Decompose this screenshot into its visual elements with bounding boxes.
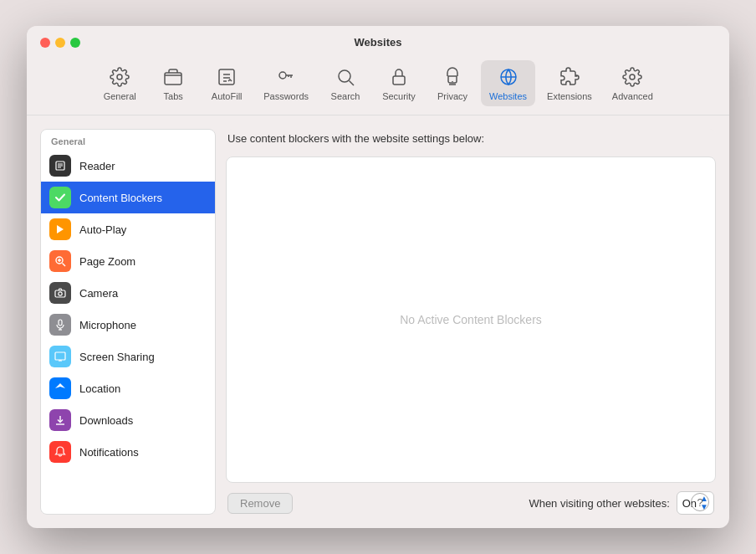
sidebar-item-content-blockers[interactable]: Content Blockers [41,182,215,213]
toolbar-label-privacy: Privacy [437,91,467,101]
passwords-icon [274,65,298,89]
sidebar-item-location[interactable]: Location [41,372,215,404]
toolbar-item-advanced[interactable]: Advanced [604,60,662,106]
sidebar-label-page-zoom: Page Zoom [79,255,135,268]
toolbar-label-tabs: Tabs [164,91,183,101]
close-button[interactable] [40,38,50,48]
sidebar-item-camera[interactable]: Camera [41,277,215,309]
page-zoom-icon [49,250,71,272]
notifications-icon [49,441,71,463]
sidebar-label-notifications: Notifications [79,446,139,459]
svg-rect-1 [165,73,181,85]
svg-point-12 [630,74,635,80]
sidebar: General Reader [40,129,216,515]
privacy-icon [441,65,464,89]
footer-label: When visiting other websites: [529,497,669,510]
sidebar-section-general: General [41,130,215,150]
camera-icon [49,282,71,304]
microphone-icon [49,314,71,336]
sidebar-label-camera: Camera [79,287,118,300]
blocker-list-area: No Active Content Blockers [226,156,716,483]
extensions-icon [558,65,581,89]
general-icon [108,65,131,89]
svg-point-0 [117,74,122,80]
window: Websites General Tabs [27,26,729,528]
remove-button[interactable]: Remove [227,493,293,514]
reader-icon [49,155,71,177]
content-blockers-icon [49,187,71,208]
content-area: General Reader [27,115,729,528]
svg-marker-17 [57,225,64,233]
sidebar-item-downloads[interactable]: Downloads [41,404,215,436]
svg-point-23 [59,292,62,295]
toolbar-label-advanced: Advanced [612,91,653,101]
sidebar-label-location: Location [79,382,120,395]
svg-rect-27 [55,352,65,360]
main-panel: Use content blockers with the website se… [226,129,716,515]
sidebar-item-screen-sharing[interactable]: Screen Sharing [41,341,215,372]
location-icon [49,377,71,399]
sidebar-label-microphone: Microphone [79,319,136,331]
toolbar-label-search: Search [331,91,360,101]
toolbar-item-general[interactable]: General [94,60,145,106]
toolbar-label-autofill: AutoFill [212,91,243,101]
toolbar-item-search[interactable]: Search [320,60,370,106]
toolbar-item-extensions[interactable]: Extensions [539,60,600,106]
svg-line-19 [63,264,66,267]
svg-rect-24 [59,320,62,326]
toolbar-item-security[interactable]: Security [374,60,424,106]
toolbar-label-general: General [104,91,136,101]
minimize-button[interactable] [55,38,65,48]
sidebar-label-auto-play: Auto-Play [79,223,126,236]
sidebar-item-page-zoom[interactable]: Page Zoom [41,245,215,277]
traffic-lights [40,38,80,48]
search-icon [334,65,357,89]
toolbar-label-websites: Websites [489,91,527,101]
sidebar-item-auto-play[interactable]: Auto-Play [41,213,215,245]
main-description: Use content blockers with the website se… [226,129,716,148]
security-icon [387,65,411,89]
sidebar-item-notifications[interactable]: Notifications [41,436,215,468]
sidebar-label-reader: Reader [79,160,115,172]
toolbar-item-tabs[interactable]: Tabs [148,60,198,106]
svg-rect-2 [219,69,234,85]
sidebar-item-microphone[interactable]: Microphone [41,309,215,341]
sidebar-item-reader[interactable]: Reader [41,150,215,182]
downloads-icon [49,409,71,431]
sidebar-label-screen-sharing: Screen Sharing [79,351,155,363]
auto-play-icon [49,218,71,240]
svg-point-6 [279,72,286,79]
maximize-button[interactable] [70,38,80,48]
footer-right: When visiting other websites: On ▲ ▼ [529,491,714,515]
websites-icon [497,65,520,89]
toolbar-label-security: Security [382,91,416,101]
svg-line-8 [350,81,355,86]
toolbar-label-passwords: Passwords [263,91,309,101]
toolbar-item-privacy[interactable]: Privacy [427,60,478,106]
advanced-icon [621,65,644,89]
autofill-icon [215,65,238,89]
tabs-icon [161,65,185,89]
help-button[interactable]: ? [691,493,709,511]
toolbar-item-autofill[interactable]: AutoFill [202,60,252,106]
toolbar-item-passwords[interactable]: Passwords [255,60,317,106]
sidebar-label-downloads: Downloads [79,414,133,427]
toolbar-item-websites[interactable]: Websites [481,60,535,106]
help-icon: ? [697,496,702,509]
main-footer: Remove When visiting other websites: On … [226,491,716,515]
window-title: Websites [355,36,402,49]
toolbar-label-extensions: Extensions [547,91,592,101]
sidebar-label-content-blockers: Content Blockers [79,192,162,204]
screen-sharing-icon [49,346,71,367]
svg-rect-9 [393,76,405,85]
svg-point-7 [339,70,350,82]
no-blockers-text: No Active Content Blockers [400,313,542,326]
title-bar: Websites [27,26,729,55]
toolbar: General Tabs AutoFill [27,55,729,115]
